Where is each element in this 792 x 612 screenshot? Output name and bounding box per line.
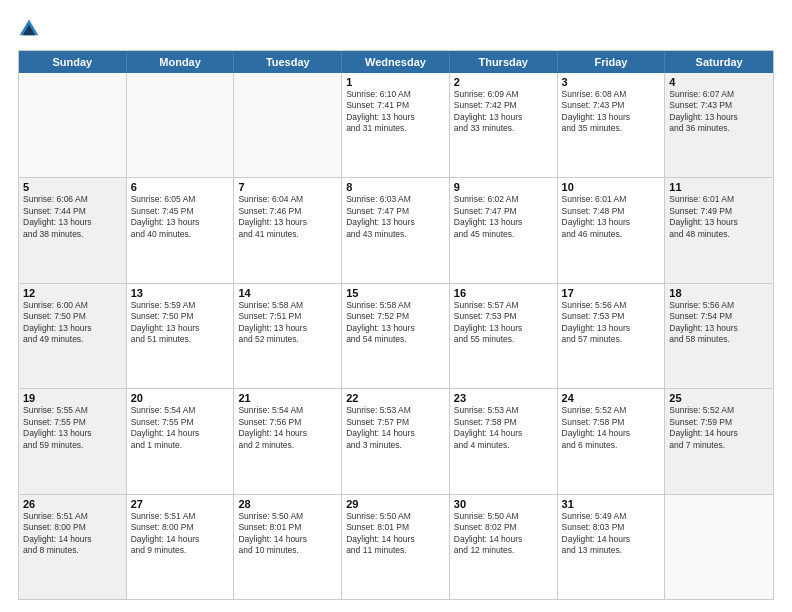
day-number: 29 bbox=[346, 498, 445, 510]
calendar-cell bbox=[665, 495, 773, 599]
cell-info: Sunrise: 6:01 AM Sunset: 7:48 PM Dayligh… bbox=[562, 194, 661, 240]
calendar-row: 12Sunrise: 6:00 AM Sunset: 7:50 PM Dayli… bbox=[19, 283, 773, 388]
calendar-cell: 23Sunrise: 5:53 AM Sunset: 7:58 PM Dayli… bbox=[450, 389, 558, 493]
calendar-cell: 11Sunrise: 6:01 AM Sunset: 7:49 PM Dayli… bbox=[665, 178, 773, 282]
cell-info: Sunrise: 5:54 AM Sunset: 7:56 PM Dayligh… bbox=[238, 405, 337, 451]
calendar-cell: 8Sunrise: 6:03 AM Sunset: 7:47 PM Daylig… bbox=[342, 178, 450, 282]
day-number: 24 bbox=[562, 392, 661, 404]
day-number: 27 bbox=[131, 498, 230, 510]
calendar: SundayMondayTuesdayWednesdayThursdayFrid… bbox=[18, 50, 774, 600]
header bbox=[18, 18, 774, 40]
logo-icon bbox=[18, 18, 40, 40]
calendar-cell: 22Sunrise: 5:53 AM Sunset: 7:57 PM Dayli… bbox=[342, 389, 450, 493]
calendar-cell: 19Sunrise: 5:55 AM Sunset: 7:55 PM Dayli… bbox=[19, 389, 127, 493]
calendar-cell: 29Sunrise: 5:50 AM Sunset: 8:01 PM Dayli… bbox=[342, 495, 450, 599]
header-cell-friday: Friday bbox=[558, 51, 666, 73]
day-number: 26 bbox=[23, 498, 122, 510]
calendar-cell: 9Sunrise: 6:02 AM Sunset: 7:47 PM Daylig… bbox=[450, 178, 558, 282]
calendar-row: 19Sunrise: 5:55 AM Sunset: 7:55 PM Dayli… bbox=[19, 388, 773, 493]
day-number: 20 bbox=[131, 392, 230, 404]
cell-info: Sunrise: 5:52 AM Sunset: 7:58 PM Dayligh… bbox=[562, 405, 661, 451]
day-number: 3 bbox=[562, 76, 661, 88]
header-cell-wednesday: Wednesday bbox=[342, 51, 450, 73]
calendar-cell: 13Sunrise: 5:59 AM Sunset: 7:50 PM Dayli… bbox=[127, 284, 235, 388]
calendar-cell: 2Sunrise: 6:09 AM Sunset: 7:42 PM Daylig… bbox=[450, 73, 558, 177]
cell-info: Sunrise: 6:10 AM Sunset: 7:41 PM Dayligh… bbox=[346, 89, 445, 135]
calendar-cell: 20Sunrise: 5:54 AM Sunset: 7:55 PM Dayli… bbox=[127, 389, 235, 493]
cell-info: Sunrise: 5:53 AM Sunset: 7:57 PM Dayligh… bbox=[346, 405, 445, 451]
calendar-cell: 12Sunrise: 6:00 AM Sunset: 7:50 PM Dayli… bbox=[19, 284, 127, 388]
page: SundayMondayTuesdayWednesdayThursdayFrid… bbox=[0, 0, 792, 612]
calendar-cell: 24Sunrise: 5:52 AM Sunset: 7:58 PM Dayli… bbox=[558, 389, 666, 493]
calendar-cell bbox=[19, 73, 127, 177]
cell-info: Sunrise: 6:06 AM Sunset: 7:44 PM Dayligh… bbox=[23, 194, 122, 240]
calendar-cell: 7Sunrise: 6:04 AM Sunset: 7:46 PM Daylig… bbox=[234, 178, 342, 282]
cell-info: Sunrise: 6:03 AM Sunset: 7:47 PM Dayligh… bbox=[346, 194, 445, 240]
cell-info: Sunrise: 5:50 AM Sunset: 8:02 PM Dayligh… bbox=[454, 511, 553, 557]
cell-info: Sunrise: 6:09 AM Sunset: 7:42 PM Dayligh… bbox=[454, 89, 553, 135]
cell-info: Sunrise: 6:02 AM Sunset: 7:47 PM Dayligh… bbox=[454, 194, 553, 240]
calendar-cell: 18Sunrise: 5:56 AM Sunset: 7:54 PM Dayli… bbox=[665, 284, 773, 388]
calendar-cell: 25Sunrise: 5:52 AM Sunset: 7:59 PM Dayli… bbox=[665, 389, 773, 493]
calendar-cell bbox=[234, 73, 342, 177]
calendar-row: 26Sunrise: 5:51 AM Sunset: 8:00 PM Dayli… bbox=[19, 494, 773, 599]
calendar-cell: 16Sunrise: 5:57 AM Sunset: 7:53 PM Dayli… bbox=[450, 284, 558, 388]
day-number: 4 bbox=[669, 76, 769, 88]
cell-info: Sunrise: 5:49 AM Sunset: 8:03 PM Dayligh… bbox=[562, 511, 661, 557]
cell-info: Sunrise: 5:50 AM Sunset: 8:01 PM Dayligh… bbox=[238, 511, 337, 557]
cell-info: Sunrise: 6:05 AM Sunset: 7:45 PM Dayligh… bbox=[131, 194, 230, 240]
calendar-cell: 1Sunrise: 6:10 AM Sunset: 7:41 PM Daylig… bbox=[342, 73, 450, 177]
day-number: 13 bbox=[131, 287, 230, 299]
logo bbox=[18, 18, 44, 40]
day-number: 9 bbox=[454, 181, 553, 193]
calendar-cell: 15Sunrise: 5:58 AM Sunset: 7:52 PM Dayli… bbox=[342, 284, 450, 388]
day-number: 11 bbox=[669, 181, 769, 193]
day-number: 15 bbox=[346, 287, 445, 299]
calendar-cell: 21Sunrise: 5:54 AM Sunset: 7:56 PM Dayli… bbox=[234, 389, 342, 493]
cell-info: Sunrise: 6:00 AM Sunset: 7:50 PM Dayligh… bbox=[23, 300, 122, 346]
cell-info: Sunrise: 5:56 AM Sunset: 7:53 PM Dayligh… bbox=[562, 300, 661, 346]
day-number: 21 bbox=[238, 392, 337, 404]
cell-info: Sunrise: 6:07 AM Sunset: 7:43 PM Dayligh… bbox=[669, 89, 769, 135]
header-cell-monday: Monday bbox=[127, 51, 235, 73]
day-number: 16 bbox=[454, 287, 553, 299]
calendar-row: 1Sunrise: 6:10 AM Sunset: 7:41 PM Daylig… bbox=[19, 73, 773, 177]
day-number: 10 bbox=[562, 181, 661, 193]
header-cell-thursday: Thursday bbox=[450, 51, 558, 73]
cell-info: Sunrise: 5:55 AM Sunset: 7:55 PM Dayligh… bbox=[23, 405, 122, 451]
cell-info: Sunrise: 5:58 AM Sunset: 7:51 PM Dayligh… bbox=[238, 300, 337, 346]
cell-info: Sunrise: 5:56 AM Sunset: 7:54 PM Dayligh… bbox=[669, 300, 769, 346]
calendar-cell: 5Sunrise: 6:06 AM Sunset: 7:44 PM Daylig… bbox=[19, 178, 127, 282]
day-number: 12 bbox=[23, 287, 122, 299]
cell-info: Sunrise: 5:59 AM Sunset: 7:50 PM Dayligh… bbox=[131, 300, 230, 346]
day-number: 22 bbox=[346, 392, 445, 404]
day-number: 17 bbox=[562, 287, 661, 299]
calendar-row: 5Sunrise: 6:06 AM Sunset: 7:44 PM Daylig… bbox=[19, 177, 773, 282]
calendar-cell: 28Sunrise: 5:50 AM Sunset: 8:01 PM Dayli… bbox=[234, 495, 342, 599]
day-number: 28 bbox=[238, 498, 337, 510]
calendar-cell: 17Sunrise: 5:56 AM Sunset: 7:53 PM Dayli… bbox=[558, 284, 666, 388]
calendar-cell: 27Sunrise: 5:51 AM Sunset: 8:00 PM Dayli… bbox=[127, 495, 235, 599]
day-number: 6 bbox=[131, 181, 230, 193]
calendar-cell: 26Sunrise: 5:51 AM Sunset: 8:00 PM Dayli… bbox=[19, 495, 127, 599]
calendar-cell: 31Sunrise: 5:49 AM Sunset: 8:03 PM Dayli… bbox=[558, 495, 666, 599]
header-cell-tuesday: Tuesday bbox=[234, 51, 342, 73]
cell-info: Sunrise: 5:51 AM Sunset: 8:00 PM Dayligh… bbox=[131, 511, 230, 557]
calendar-cell: 3Sunrise: 6:08 AM Sunset: 7:43 PM Daylig… bbox=[558, 73, 666, 177]
cell-info: Sunrise: 5:51 AM Sunset: 8:00 PM Dayligh… bbox=[23, 511, 122, 557]
day-number: 7 bbox=[238, 181, 337, 193]
day-number: 25 bbox=[669, 392, 769, 404]
day-number: 5 bbox=[23, 181, 122, 193]
day-number: 14 bbox=[238, 287, 337, 299]
day-number: 1 bbox=[346, 76, 445, 88]
cell-info: Sunrise: 5:53 AM Sunset: 7:58 PM Dayligh… bbox=[454, 405, 553, 451]
cell-info: Sunrise: 6:08 AM Sunset: 7:43 PM Dayligh… bbox=[562, 89, 661, 135]
day-number: 8 bbox=[346, 181, 445, 193]
cell-info: Sunrise: 6:01 AM Sunset: 7:49 PM Dayligh… bbox=[669, 194, 769, 240]
calendar-header: SundayMondayTuesdayWednesdayThursdayFrid… bbox=[19, 51, 773, 73]
cell-info: Sunrise: 5:54 AM Sunset: 7:55 PM Dayligh… bbox=[131, 405, 230, 451]
cell-info: Sunrise: 5:58 AM Sunset: 7:52 PM Dayligh… bbox=[346, 300, 445, 346]
cell-info: Sunrise: 6:04 AM Sunset: 7:46 PM Dayligh… bbox=[238, 194, 337, 240]
day-number: 30 bbox=[454, 498, 553, 510]
calendar-cell: 4Sunrise: 6:07 AM Sunset: 7:43 PM Daylig… bbox=[665, 73, 773, 177]
